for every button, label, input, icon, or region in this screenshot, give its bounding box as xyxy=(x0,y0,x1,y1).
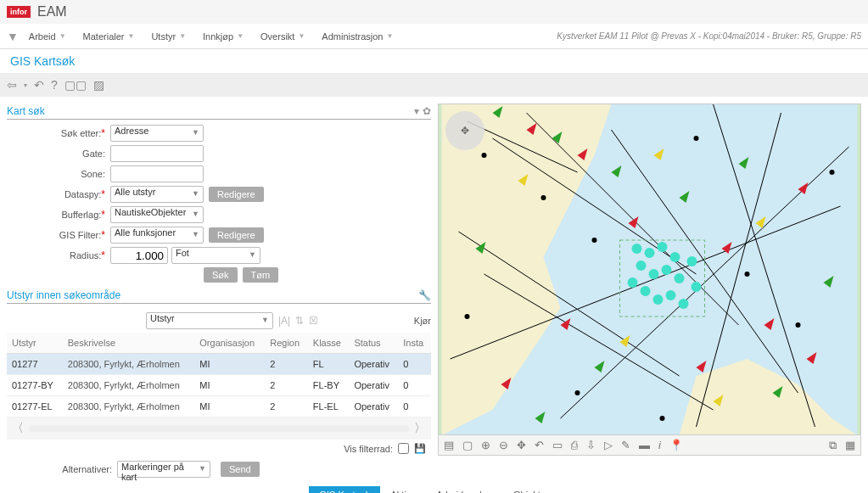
collapse-icon[interactable]: ▾ xyxy=(414,105,419,117)
svg-point-11 xyxy=(641,286,651,296)
bufferlag-select[interactable]: NautiskeObjekter▼ xyxy=(110,206,204,223)
scroll-right-icon[interactable]: 〉 xyxy=(414,421,426,436)
page-title: GIS Kartsøk xyxy=(0,49,868,73)
save-icon[interactable]: 💾 xyxy=(414,443,426,454)
svg-point-20 xyxy=(694,136,699,141)
print-icon[interactable]: ⎙ xyxy=(571,439,578,451)
map-canvas[interactable] xyxy=(439,104,860,435)
bottom-tabs: GIS Kartsøk Aktiva Arbeidsordrer Objekte… xyxy=(0,481,868,493)
tab-gis-kartsok[interactable]: GIS Kartsøk xyxy=(309,486,380,493)
menu-innkjop[interactable]: Innkjøp▼ xyxy=(203,31,244,42)
svg-point-13 xyxy=(666,290,676,300)
col-beskrivelse[interactable]: Beskrivelse xyxy=(63,333,195,354)
gisfilter-redigere-button[interactable]: Redigere xyxy=(209,227,264,243)
filter-row-label: Vis filterrad: xyxy=(344,444,393,454)
menu-arbeid[interactable]: Arbeid▼ xyxy=(29,31,66,42)
image-icon[interactable]: ▬ xyxy=(639,439,650,451)
sok-etter-select[interactable]: Adresse▼ xyxy=(110,125,204,142)
hscroll[interactable]: 〈 〉 xyxy=(7,417,431,440)
radius-unit-select[interactable]: Fot▼ xyxy=(171,247,260,264)
dataspy-redigere-button[interactable]: Redigere xyxy=(209,187,264,202)
map-nav-compass[interactable]: ✥ xyxy=(445,111,484,150)
marker-icon[interactable]: 📍 xyxy=(669,439,683,451)
svg-point-12 xyxy=(653,294,664,305)
back-icon[interactable]: ⇦ xyxy=(7,78,17,92)
wrench-icon[interactable]: 🔧 xyxy=(418,289,431,301)
app-title: EAM xyxy=(37,4,67,20)
sone-field[interactable] xyxy=(110,165,204,182)
svg-point-17 xyxy=(482,153,487,158)
copy-icon[interactable]: ⧉ xyxy=(829,439,837,452)
svg-point-24 xyxy=(575,390,580,395)
svg-point-7 xyxy=(649,269,659,279)
svg-point-4 xyxy=(658,242,668,252)
col-status[interactable]: Status xyxy=(349,333,398,354)
zoom-extent-icon[interactable]: ▢ xyxy=(462,439,473,451)
svg-point-25 xyxy=(660,416,665,421)
table-row[interactable]: 01277 208300, Fyrlykt, Ærholmen MI 2 FL … xyxy=(7,354,431,375)
crossbox-icon[interactable]: ▨ xyxy=(93,78,104,92)
logo: infor xyxy=(7,6,31,18)
page-toolbar: ⇦▾ ↶ ? ▢▢ ▨ xyxy=(0,73,868,97)
info-icon[interactable]: i xyxy=(658,439,661,451)
sone-label: Sone: xyxy=(10,169,110,179)
help-icon[interactable]: ? xyxy=(51,78,58,92)
text-icon[interactable]: |A| xyxy=(278,315,290,327)
svg-point-3 xyxy=(645,248,655,258)
col-klasse[interactable]: Klasse xyxy=(308,333,350,354)
kjor-button[interactable]: Kjør xyxy=(414,316,431,326)
pencil-icon[interactable]: ✎ xyxy=(621,439,630,451)
filter-row-checkbox[interactable] xyxy=(398,443,409,454)
menu-materialer[interactable]: Materialer▼ xyxy=(83,31,135,42)
svg-point-10 xyxy=(628,277,638,288)
kart-sok-title: Kart søk xyxy=(7,104,45,119)
sort-icon[interactable]: ⇅ xyxy=(295,315,304,327)
map-toolbar: ▤ ▢ ⊕ ⊖ ✥ ↶ ▭ ⎙ ⇩ ▷ ✎ ▬ i 📍 ⧉ ▦ xyxy=(439,434,860,455)
alternativer-select[interactable]: Markeringer på kart▼ xyxy=(117,461,210,478)
result-type-select[interactable]: Utstyr▼ xyxy=(146,312,273,329)
radius-field[interactable] xyxy=(110,247,168,264)
svg-point-14 xyxy=(679,299,689,309)
map-panel[interactable]: ✥ ▤ ▢ ⊕ ⊖ ✥ ↶ ▭ ⎙ ⇩ ▷ ✎ ▬ i 📍 ⧉ ▦ xyxy=(438,104,861,456)
table-row[interactable]: 01277-BY 208300, Fyrlykt, Ærholmen MI 2 … xyxy=(7,375,431,396)
download-icon[interactable]: ⇩ xyxy=(586,439,596,451)
tab-aktiva[interactable]: Aktiva xyxy=(380,486,426,493)
zoom-out-icon[interactable]: ⊖ xyxy=(499,439,508,451)
pointer-icon[interactable]: ▷ xyxy=(604,439,613,451)
svg-point-23 xyxy=(830,170,835,175)
svg-point-19 xyxy=(592,238,597,243)
svg-point-21 xyxy=(745,272,750,277)
svg-point-6 xyxy=(636,261,647,271)
col-organisasjon[interactable]: Organisasjon xyxy=(194,333,265,354)
dataspy-select[interactable]: Alle utstyr▼ xyxy=(110,186,204,203)
tom-button[interactable]: Tøm xyxy=(243,267,279,283)
pan-icon[interactable]: ✥ xyxy=(517,439,526,451)
scroll-left-icon[interactable]: 〈 xyxy=(12,421,24,436)
back-map-icon[interactable]: ↶ xyxy=(535,439,544,451)
menu-administrasjon[interactable]: Administrasjon▼ xyxy=(322,31,393,42)
grid-icon[interactable]: ▦ xyxy=(845,439,855,452)
col-insta[interactable]: Insta xyxy=(398,333,431,354)
table-row[interactable]: 01277-EL 208300, Fyrlykt, Ærholmen MI 2 … xyxy=(7,396,431,417)
sok-button[interactable]: Søk xyxy=(204,267,238,283)
measure-icon[interactable]: ▭ xyxy=(552,439,563,451)
gear-icon[interactable]: ✿ xyxy=(423,105,431,117)
bufferlag-label: Bufferlag:* xyxy=(10,209,110,221)
tab-arbeidsordrer[interactable]: Arbeidsordrer xyxy=(426,486,503,493)
gate-field[interactable] xyxy=(110,145,204,162)
menubar: ▼ Arbeid▼ Materialer▼ Utstyr▼ Innkjøp▼ O… xyxy=(0,24,868,49)
tab-objekter[interactable]: Objekter xyxy=(503,486,559,493)
gisfilter-select[interactable]: Alle funksjoner▼ xyxy=(110,227,204,244)
svg-point-26 xyxy=(465,314,470,319)
zoom-in-icon[interactable]: ⊕ xyxy=(481,439,490,451)
clear-icon[interactable]: ☒ xyxy=(309,315,318,327)
menu-utstyr[interactable]: Utstyr▼ xyxy=(151,31,186,42)
book-icon[interactable]: ▢▢ xyxy=(64,78,87,92)
undo-icon[interactable]: ↶ xyxy=(34,78,44,92)
menu-oversikt[interactable]: Oversikt▼ xyxy=(260,31,305,42)
col-region[interactable]: Region xyxy=(265,333,308,354)
layers-icon[interactable]: ▤ xyxy=(444,439,454,451)
send-button[interactable]: Send xyxy=(221,462,260,477)
menu-collapse-icon[interactable]: ▼ xyxy=(7,30,19,43)
col-utstyr[interactable]: Utstyr xyxy=(7,333,63,354)
